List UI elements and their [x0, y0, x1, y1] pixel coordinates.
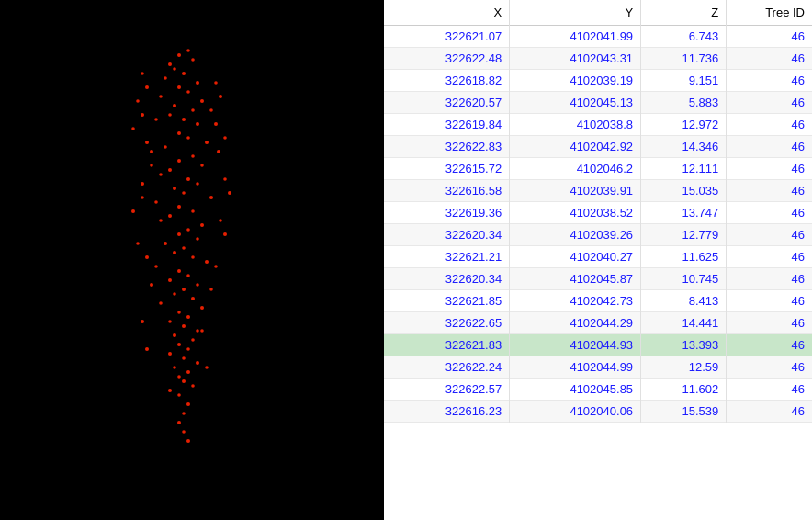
point-dot [209, 108, 213, 112]
point-dot [177, 205, 181, 209]
table-row[interactable]: 322622.654102044.2914.44146 [384, 312, 812, 334]
point-dot [141, 320, 144, 323]
table-row[interactable]: 322622.244102044.9912.5946 [384, 356, 812, 379]
table-row[interactable]: 322621.834102044.9313.39346 [384, 334, 812, 356]
table-row[interactable]: 322616.584102039.9115.03546 [384, 180, 812, 202]
table-cell-x: 322620.57 [384, 92, 510, 114]
point-dot [159, 219, 163, 222]
data-panel: X Y Z Tree ID 322621.074102041.996.74346… [384, 0, 812, 520]
point-dot [136, 242, 140, 245]
point-dot [182, 356, 186, 360]
point-dot [182, 288, 186, 291]
table-row[interactable]: 322622.834102042.9214.34646 [384, 136, 812, 158]
point-dot [182, 412, 186, 415]
table-cell-tree_id: 46 [727, 136, 812, 158]
point-dot [168, 168, 172, 172]
point-dot [164, 145, 167, 149]
point-dot [150, 164, 153, 167]
table-cell-z: 14.441 [641, 312, 727, 334]
table-cell-z: 12.972 [641, 114, 727, 136]
table-cell-y: 4102045.87 [510, 268, 641, 290]
point-dot [177, 85, 181, 89]
point-dot [173, 67, 176, 71]
point-dot [150, 150, 153, 153]
table-row[interactable]: 322620.344102045.8710.74546 [384, 268, 812, 290]
table-row[interactable]: 322616.234102040.0615.53946 [384, 401, 812, 423]
table-row[interactable]: 322622.484102043.3111.73646 [384, 48, 812, 70]
table-cell-z: 12.111 [641, 158, 727, 180]
table-row[interactable]: 322618.824102039.199.15146 [384, 70, 812, 92]
point-dot [186, 228, 190, 232]
point-dot [191, 58, 195, 62]
table-cell-x: 322622.48 [384, 48, 510, 70]
canvas-area [0, 0, 384, 520]
point-cloud-panel [0, 0, 384, 520]
table-cell-x: 322620.34 [384, 224, 510, 246]
table-row[interactable]: 322620.344102039.2612.77946 [384, 224, 812, 246]
point-dot [196, 122, 199, 126]
point-dot [200, 329, 204, 333]
point-dot [186, 49, 190, 52]
table-cell-y: 4102044.99 [510, 356, 641, 379]
point-dot [177, 311, 181, 314]
point-dot [200, 164, 204, 167]
table-cell-y: 4102039.19 [510, 70, 641, 92]
point-dot [168, 113, 172, 117]
table-row[interactable]: 322620.574102045.135.88346 [384, 92, 812, 114]
point-dot [186, 315, 190, 319]
point-dot [159, 173, 163, 176]
table-cell-y: 4102045.85 [510, 379, 641, 401]
point-dot [186, 136, 190, 140]
point-dot [219, 219, 222, 222]
table-cell-z: 11.736 [641, 48, 727, 70]
table-cell-y: 4102044.29 [510, 312, 641, 334]
point-dot [191, 209, 195, 213]
point-dot [219, 95, 222, 98]
point-dot [168, 352, 172, 356]
table-cell-x: 322616.58 [384, 180, 510, 202]
table-cell-z: 9.151 [641, 70, 727, 92]
point-dot [209, 288, 213, 291]
point-dot [168, 214, 172, 218]
data-table: X Y Z Tree ID 322621.074102041.996.74346… [384, 0, 812, 423]
table-cell-x: 322615.72 [384, 158, 510, 180]
table-row[interactable]: 322621.074102041.996.74346 [384, 26, 812, 48]
point-dot [186, 370, 190, 374]
table-row[interactable]: 322615.724102046.212.11146 [384, 158, 812, 180]
table-cell-tree_id: 46 [727, 180, 812, 202]
table-row[interactable]: 322619.844102038.812.97246 [384, 114, 812, 136]
table-cell-x: 322621.85 [384, 290, 510, 312]
table-cell-tree_id: 46 [727, 246, 812, 268]
table-cell-tree_id: 46 [727, 26, 812, 48]
point-dot [154, 200, 158, 204]
point-dot [196, 182, 199, 186]
table-cell-z: 11.625 [641, 246, 727, 268]
table-cell-z: 13.393 [641, 334, 727, 356]
table-cell-y: 4102038.52 [510, 202, 641, 224]
table-cell-tree_id: 46 [727, 401, 812, 423]
table-row[interactable]: 322622.574102045.8511.60246 [384, 379, 812, 401]
point-dot [145, 255, 149, 259]
table-cell-y: 4102040.06 [510, 401, 641, 423]
point-dot [214, 122, 218, 126]
point-dot [131, 209, 135, 213]
point-dot [196, 329, 199, 333]
point-dot [214, 81, 218, 85]
table-cell-x: 322620.34 [384, 268, 510, 290]
table-row[interactable]: 322619.364102038.5213.74746 [384, 202, 812, 224]
table-cell-x: 322621.21 [384, 246, 510, 268]
point-dot [182, 118, 186, 121]
point-dot [145, 85, 149, 89]
point-dot [182, 72, 186, 75]
point-dot [191, 255, 195, 259]
point-dot [205, 141, 209, 144]
point-dot [177, 232, 181, 236]
table-row[interactable]: 322621.214102040.2711.62546 [384, 246, 812, 268]
point-dot [196, 283, 199, 287]
point-dot [196, 81, 199, 85]
table-row[interactable]: 322621.854102042.738.41346 [384, 290, 812, 312]
table-cell-tree_id: 46 [727, 268, 812, 290]
point-dot [177, 131, 181, 135]
point-dot [186, 274, 190, 277]
table-cell-x: 322619.36 [384, 202, 510, 224]
